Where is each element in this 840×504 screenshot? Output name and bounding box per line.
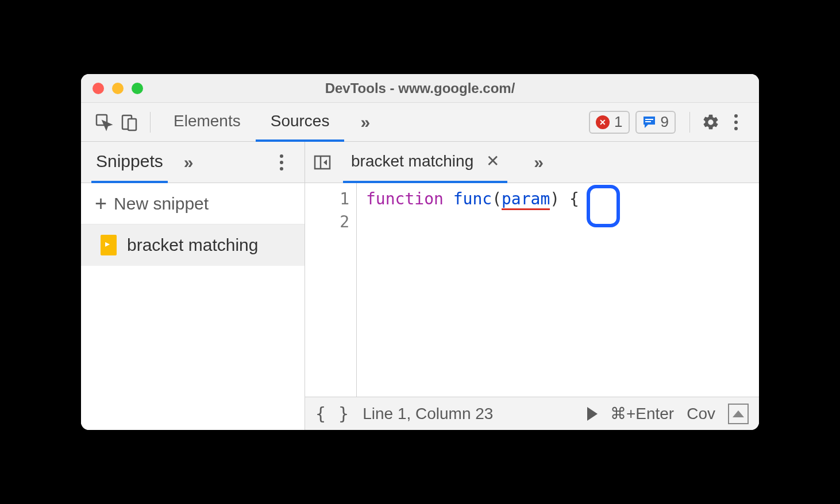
content-area: Snippets » + New snippet bracket matchin… [81,142,759,430]
main-tabs: Elements Sources » [159,103,370,142]
snippet-item-label: bracket matching [127,235,258,255]
code-line: function func(param) { [366,188,759,211]
window-title: DevTools - www.google.com/ [325,80,515,96]
sidebar-more-icon[interactable] [269,150,294,175]
sidebar-tab-snippets[interactable]: Snippets [91,142,168,183]
window-controls [81,83,143,94]
toolbar-divider [150,112,151,133]
message-badge[interactable]: 9 [635,111,676,134]
new-snippet-button[interactable]: + New snippet [81,183,305,224]
error-icon [596,115,610,129]
titlebar: DevTools - www.google.com/ [81,74,759,103]
svg-rect-3 [645,119,653,120]
statusbar: { } Line 1, Column 23 ⌘+Enter Cov [305,397,759,430]
sidebar: Snippets » + New snippet bracket matchin… [81,142,305,430]
run-snippet-icon[interactable] [587,407,598,421]
sidebar-tabs: Snippets » [81,142,305,183]
more-sidebar-tabs-icon[interactable]: » [184,153,194,172]
editor-panel: bracket matching ✕ » 1 2 function func(p… [305,142,759,430]
editor-tabs: bracket matching ✕ » [305,142,759,183]
tab-sources[interactable]: Sources [256,103,345,142]
toolbar-divider [689,112,690,133]
plus-icon: + [95,192,107,216]
line-number: 1 [305,188,349,211]
code-param: param [502,189,550,210]
run-shortcut-label: ⌘+Enter [610,404,674,423]
svg-rect-5 [315,156,330,169]
code-paren: ( [492,189,502,208]
inspect-element-icon[interactable] [91,110,117,135]
cursor-position: Line 1, Column 23 [363,405,493,423]
code-keyword: function [366,189,444,208]
code-function-name: func [453,189,492,208]
snippet-item[interactable]: bracket matching [81,224,305,266]
line-number-gutter: 1 2 [305,183,357,397]
maximize-window-button[interactable] [132,83,143,94]
coverage-label[interactable]: Cov [687,405,715,423]
message-count: 9 [661,113,669,131]
svg-rect-2 [128,119,136,130]
more-options-icon[interactable] [723,110,749,135]
close-tab-icon[interactable]: ✕ [486,152,499,170]
pretty-print-icon[interactable]: { } [315,404,350,424]
more-tabs-icon[interactable]: » [360,113,370,132]
svg-rect-4 [645,121,651,122]
devtools-window: DevTools - www.google.com/ Elements Sour… [81,74,759,430]
snippet-file-icon [101,235,117,255]
code-editor[interactable]: 1 2 function func(param) { [305,183,759,397]
code-paren: ) [550,189,560,208]
editor-tab-label: bracket matching [351,152,473,170]
close-window-button[interactable] [93,83,104,94]
new-snippet-label: New snippet [114,194,209,214]
error-badge[interactable]: 1 [589,111,629,134]
show-navigator-icon[interactable] [312,152,333,173]
drawer-toggle-icon[interactable] [728,404,749,424]
device-toolbar-icon[interactable] [117,110,142,135]
tab-elements[interactable]: Elements [159,103,256,142]
settings-icon[interactable] [698,110,723,135]
minimize-window-button[interactable] [112,83,124,94]
line-number: 2 [305,211,349,234]
code-content[interactable]: function func(param) { [357,183,759,397]
message-icon [642,115,656,129]
more-editor-tabs-icon[interactable]: » [534,153,544,172]
editor-tab[interactable]: bracket matching ✕ [343,142,507,183]
main-toolbar: Elements Sources » 1 9 [81,103,759,142]
code-brace: { [569,189,579,208]
error-count: 1 [614,113,622,131]
